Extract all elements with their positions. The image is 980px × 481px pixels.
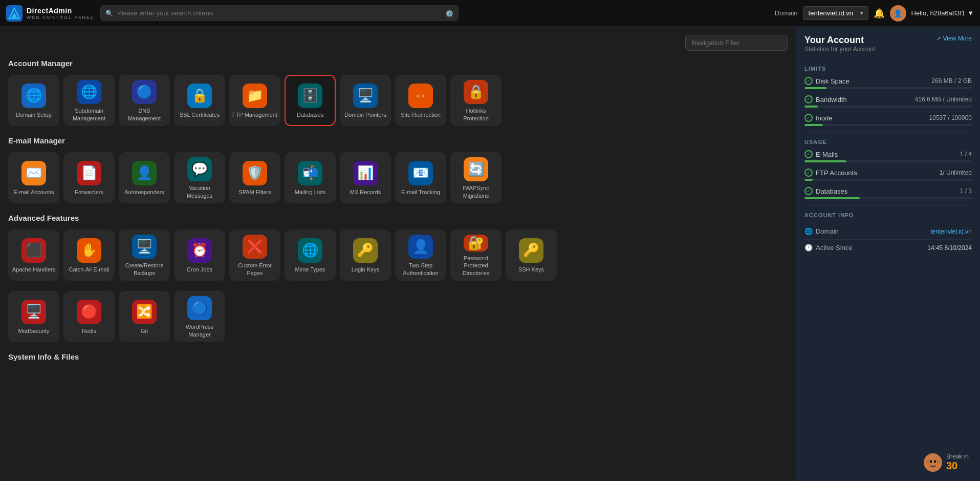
tile-autoresponders[interactable]: 👤Autoresponders [119, 152, 170, 203]
tile-ftp-management[interactable]: 📁FTP Management [229, 75, 280, 126]
custom-error-pages-icon: ❌ [243, 235, 267, 259]
domain-setup-label: Domain Setup [16, 111, 52, 118]
tile-email-accounts[interactable]: ✉️E-mail Accounts [8, 152, 59, 203]
apache-handlers-icon: ⬛ [21, 238, 46, 263]
tile-modsecurity[interactable]: 🖥️ModSecurity [8, 291, 59, 342]
user-menu-button[interactable]: Hello, h28a6a83f1 ▼ [911, 9, 974, 17]
ftp-accounts-progress-fill [804, 179, 813, 181]
active-since-value: 14:45 8/10/2024 [927, 244, 972, 252]
inode-progress-bar [804, 124, 972, 126]
mx-records-icon: 📊 [353, 161, 378, 185]
sections-container: Account Manager🌐Domain Setup🌐Subdomain M… [8, 59, 788, 361]
logo: DirectAdmin web control panel [6, 5, 94, 22]
account-title: Your Account [804, 35, 875, 46]
stat-row-disk-space: ✓ Disk Space 266 MB / 2 GB [804, 77, 972, 89]
tile-mime-types[interactable]: 🌐Mime Types [285, 229, 336, 281]
tile-cron-jobs[interactable]: ⏰Cron Jobs [174, 229, 225, 281]
tile-password-protected-dirs[interactable]: 🔐Password Protected Directories [450, 229, 502, 281]
icon-grid-account-manager: 🌐Domain Setup🌐Subdomain Management🔵DNS M… [8, 75, 788, 126]
tile-login-keys[interactable]: 🔑Login Keys [340, 229, 391, 281]
redis-icon: 🔴 [77, 300, 101, 324]
hotlinks-protection-label: Hotlinks Protection [453, 107, 498, 122]
domain-select[interactable]: tentenviet.id.vn [803, 6, 868, 20]
main-layout: Account Manager🌐Domain Setup🌐Subdomain M… [0, 27, 980, 481]
ftp-accounts-progress-bar [804, 179, 972, 181]
icon-grid-email-manager: ✉️E-mail Accounts📄Forwarders👤Autorespond… [8, 152, 788, 203]
tile-wordpress-manager[interactable]: 🔵WordPress Manager [174, 291, 225, 342]
nav-right: Domain tentenviet.id.vn ▼ 🔔 👤 Hello, h28… [775, 5, 974, 22]
notifications-button[interactable]: 🔔 [874, 8, 885, 19]
tile-hotlinks-protection[interactable]: 🔒Hotlinks Protection [450, 75, 502, 126]
emails-name: E-Mails [816, 151, 838, 158]
autoresponders-label: Autoresponders [124, 189, 164, 196]
inode-value: 10537 / 100000 [929, 114, 972, 121]
login-keys-icon: 🔑 [353, 238, 378, 263]
tile-email-tracking[interactable]: 📧E-mail Tracking [395, 152, 446, 203]
tile-vacation-messages[interactable]: 💬Vacation Messages [174, 152, 225, 203]
domain-selector[interactable]: tentenviet.id.vn ▼ [803, 6, 868, 20]
tile-dns-management[interactable]: 🔵DNS Management [119, 75, 170, 126]
ssh-keys-label: SSH Keys [518, 266, 544, 273]
mx-records-label: MX Records [350, 189, 381, 196]
tile-domain-setup[interactable]: 🌐Domain Setup [8, 75, 59, 126]
login-keys-label: Login Keys [352, 266, 379, 273]
search-input[interactable] [100, 5, 459, 21]
tile-ssl-certificates[interactable]: 🔒SSL Certificates [174, 75, 225, 126]
tile-site-redirection[interactable]: ↔️Site Redirection [395, 75, 446, 126]
view-more-button[interactable]: ↗ View More [936, 35, 972, 42]
tile-redis[interactable]: 🔴Redis [63, 291, 115, 342]
hello-text: Hello, h28a6a83f1 [911, 9, 966, 17]
tile-domain-pointers[interactable]: 🖥️Domain Pointers [340, 75, 391, 126]
cron-jobs-label: Cron Jobs [187, 266, 212, 273]
info-container: 🌐 Domain tentenviet.id.vn 🕐 Active Since… [804, 223, 972, 256]
tile-forwarders[interactable]: 📄Forwarders [63, 152, 115, 203]
site-redirection-label: Site Redirection [401, 111, 441, 118]
divider [804, 132, 972, 133]
tile-mailing-lists[interactable]: 📬Mailing Lists [285, 152, 336, 203]
tile-two-step-auth[interactable]: 👤Two-Step Authentication [395, 229, 446, 281]
directadmin-logo-icon [6, 5, 23, 22]
bandwidth-progress-bar [804, 106, 972, 108]
domain-info-icon: 🌐 [804, 227, 813, 235]
databases-usage-name: Databases [816, 187, 847, 195]
email-accounts-label: E-mail Accounts [14, 189, 54, 196]
git-icon: 🔀 [132, 300, 157, 324]
tile-custom-error-pages[interactable]: ❌Custom Error Pages [229, 229, 280, 281]
svg-point-3 [924, 453, 942, 472]
password-protected-dirs-icon: 🔐 [464, 235, 488, 252]
account-header: Your Account Statistics for your Account… [804, 35, 972, 53]
vacation-messages-icon: 💬 [187, 157, 212, 181]
gear-icon[interactable]: ⚙️ [445, 9, 453, 17]
tile-subdomain-management[interactable]: 🌐Subdomain Management [63, 75, 115, 126]
tile-git[interactable]: 🔀Git [119, 291, 170, 342]
tile-spam-filters[interactable]: 🛡️SPAM Filters [229, 152, 280, 203]
section-title-advanced-features: Advanced Features [8, 214, 788, 222]
search-bar: 🔍 ⚙️ [100, 5, 459, 21]
databases-usage-check-icon: ✓ [804, 187, 813, 195]
svg-point-7 [937, 461, 940, 463]
view-more-label: View More [943, 35, 972, 42]
tile-ssh-keys[interactable]: 🔑SSH Keys [506, 229, 557, 281]
right-sidebar: Your Account Statistics for your Account… [796, 27, 980, 481]
break-avatar-icon [924, 453, 942, 472]
email-accounts-icon: ✉️ [21, 161, 46, 185]
tile-mx-records[interactable]: 📊MX Records [340, 152, 391, 203]
info-row-domain-info: 🌐 Domain tentenviet.id.vn [804, 223, 972, 240]
domain-info-label: Domain [816, 227, 839, 235]
databases-label: Databases [297, 111, 324, 118]
subdomain-management-label: Subdomain Management [67, 107, 112, 122]
topnav: DirectAdmin web control panel 🔍 ⚙️ Domai… [0, 0, 980, 27]
tile-imapsync-migrations[interactable]: 🔄IMAPSync Migrations [450, 152, 502, 203]
navigation-filter-input[interactable] [685, 35, 788, 51]
tile-apache-handlers[interactable]: ⬛Apache Handlers [8, 229, 59, 281]
svg-point-4 [930, 460, 932, 463]
avatar-button[interactable]: 👤 [890, 5, 906, 22]
two-step-auth-icon: 👤 [408, 235, 433, 259]
ftp-accounts-name: FTP Accounts [816, 169, 857, 177]
tile-databases[interactable]: 🗄️Databases [285, 75, 336, 126]
create-restore-backups-icon: 🖥️ [132, 235, 157, 259]
disk-space-value: 266 MB / 2 GB [931, 77, 972, 85]
hotlinks-protection-icon: 🔒 [464, 80, 488, 104]
tile-create-restore-backups[interactable]: 🖥️Create/Restore Backups [119, 229, 170, 281]
tile-catch-all-email[interactable]: ✋Catch-All E-mail [63, 229, 115, 281]
